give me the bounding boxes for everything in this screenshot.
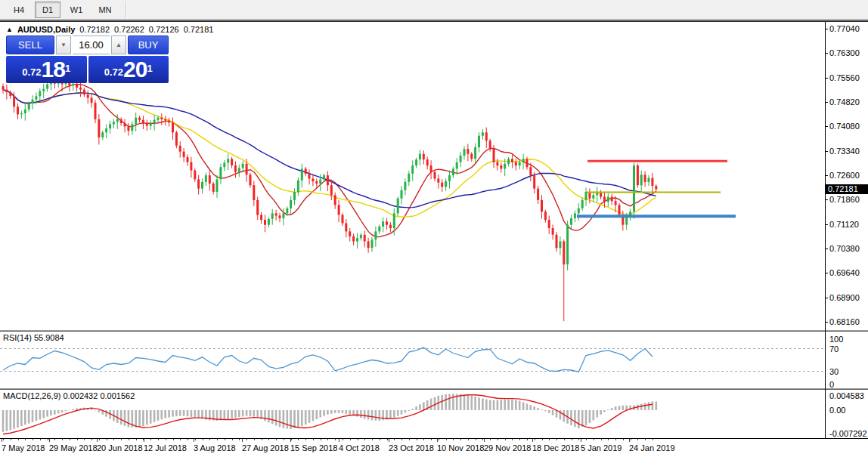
candle-body <box>201 182 203 189</box>
candle-body <box>83 90 85 95</box>
candle-body <box>651 178 653 187</box>
candle-body <box>640 174 643 185</box>
timeframe-button-mn[interactable]: MN <box>92 2 118 18</box>
buy-price-point: 1 <box>147 56 152 82</box>
price-axis-label: 0.68160 <box>829 317 860 326</box>
candle-body <box>330 185 333 195</box>
date-major-tick <box>97 439 98 442</box>
price-axis-tick <box>825 151 828 152</box>
date-minor-tick <box>321 439 321 440</box>
candle-body <box>507 159 510 164</box>
candle-body <box>142 120 144 123</box>
rsi-canvas[interactable] <box>0 332 825 388</box>
volume-decrease-button[interactable]: ▼ <box>56 36 71 54</box>
moving-averages <box>3 85 656 237</box>
candle-body <box>386 221 388 224</box>
date-axis[interactable]: 7 May 201829 May 201820 Jun 201812 Jul 2… <box>0 438 868 457</box>
candle-body <box>419 154 421 159</box>
timeframe-button-d1[interactable]: D1 <box>35 2 60 18</box>
candle-body <box>445 181 447 187</box>
price-axis-tick <box>825 224 828 225</box>
sell-button[interactable]: SELL <box>6 36 54 54</box>
candle-body <box>389 225 392 228</box>
date-minor-tick <box>527 439 528 440</box>
date-minor-tick <box>113 439 114 440</box>
macd-axis-label: 0.004583 <box>829 391 864 400</box>
date-major-tick <box>532 439 533 442</box>
candle-body <box>533 175 535 189</box>
candle-body <box>515 162 517 165</box>
date-minor-tick <box>387 439 388 440</box>
candle-body <box>338 205 340 215</box>
date-minor-tick <box>217 439 218 440</box>
candle-body <box>382 221 384 227</box>
buy-price-quote[interactable]: 0.72201 <box>88 56 169 83</box>
date-minor-tick <box>166 439 166 440</box>
price-axis-tick <box>825 249 828 249</box>
candle-body <box>116 119 119 122</box>
slow-ma <box>3 90 656 208</box>
price-axis-label: 0.74820 <box>829 97 860 107</box>
candle-body <box>32 100 34 103</box>
ohlc-high: 0.72262 <box>114 25 144 34</box>
collapse-triangle-icon[interactable]: ▲ <box>6 26 13 33</box>
price-axis-tick <box>825 298 828 298</box>
price-axis-tick <box>825 29 828 29</box>
candle-body <box>35 96 37 99</box>
candle-body <box>286 208 288 214</box>
candle-body <box>87 94 89 97</box>
candle-body <box>131 124 133 131</box>
date-minor-tick <box>3 439 4 440</box>
price-axis-tick <box>825 78 828 79</box>
candle-body <box>146 123 148 126</box>
sell-price-quote[interactable]: 0.72181 <box>6 56 87 83</box>
timeframe-button-w1[interactable]: W1 <box>64 2 89 18</box>
price-axis-tick <box>825 273 828 273</box>
volume-input[interactable] <box>73 36 110 54</box>
date-axis-label: 23 Oct 2018 <box>389 443 434 452</box>
candle-body <box>190 162 192 171</box>
symbol-header: ▲ AUDUSD,Daily 0.72182 0.72262 0.72126 0… <box>6 25 213 34</box>
candle-body <box>95 103 97 119</box>
candle-body <box>334 195 336 205</box>
candle-body <box>618 205 621 215</box>
date-minor-tick <box>313 439 314 440</box>
candle-body <box>519 162 521 165</box>
timeframe-toolbar: H4 D1 W1 MN <box>0 0 868 20</box>
date-minor-tick <box>535 439 535 440</box>
price-axis-label: 0.69640 <box>829 268 860 277</box>
date-minor-tick <box>364 439 365 440</box>
candle-body <box>581 200 584 208</box>
candle-body <box>24 110 26 113</box>
date-major-tick <box>581 439 581 442</box>
candle-body <box>197 179 200 188</box>
candle-body <box>209 175 211 184</box>
candle-body <box>493 149 495 162</box>
candle-body <box>138 118 141 120</box>
price-axis-label: 0.71860 <box>829 195 860 204</box>
candle-body <box>242 164 244 168</box>
candle-body <box>153 120 156 123</box>
candle-body <box>563 242 565 265</box>
candle-body <box>312 179 314 182</box>
date-minor-tick <box>417 439 417 440</box>
date-minor-tick <box>232 439 233 440</box>
date-major-tick <box>484 439 485 442</box>
timeframe-button-h4[interactable]: H4 <box>6 2 32 18</box>
volume-increase-button[interactable]: ▲ <box>111 36 126 54</box>
date-axis-label: 29 May 2018 <box>49 443 98 452</box>
date-minor-tick <box>188 439 188 440</box>
date-minor-tick <box>645 439 646 440</box>
candle-body <box>105 128 107 132</box>
trading-terminal-window: H4 D1 W1 MN ▲ AUDUSD,Daily 0.72182 0.722… <box>0 0 868 457</box>
candle-body <box>160 118 163 119</box>
toolbar-separator <box>126 2 127 18</box>
candle-body <box>349 231 351 236</box>
candle-body <box>65 83 67 85</box>
candle-body <box>46 85 48 89</box>
buy-button[interactable]: BUY <box>128 36 169 54</box>
candle-body <box>633 165 635 212</box>
candle-body <box>28 103 30 110</box>
price-axis-label: 0.73340 <box>829 147 860 156</box>
candle-body <box>268 219 270 225</box>
